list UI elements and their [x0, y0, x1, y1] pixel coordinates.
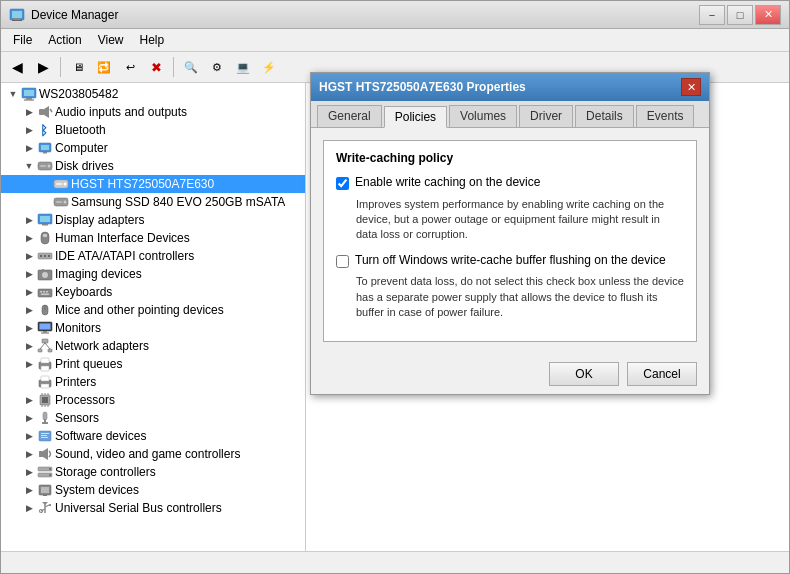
- tree-item-audio[interactable]: ▶ Audio inputs and outputs: [1, 103, 305, 121]
- tree-item-software[interactable]: ▶ Software devices: [1, 427, 305, 445]
- mice-expander-icon[interactable]: ▶: [21, 302, 37, 318]
- tab-volumes[interactable]: Volumes: [449, 105, 517, 127]
- tree-item-processors[interactable]: ▶ Processors: [1, 391, 305, 409]
- tree-item-print[interactable]: ▶ Print queues: [1, 355, 305, 373]
- enable-write-cache-checkbox[interactable]: [336, 177, 349, 190]
- computer-device-icon: [37, 140, 53, 156]
- dialog-buttons: OK Cancel: [311, 354, 709, 394]
- tree-item-display-label: Display adapters: [55, 211, 144, 229]
- tab-details[interactable]: Details: [575, 105, 634, 127]
- network-expander-icon[interactable]: ▶: [21, 338, 37, 354]
- toolbar-forward[interactable]: ▶: [31, 55, 55, 79]
- tab-general[interactable]: General: [317, 105, 382, 127]
- tree-root[interactable]: ▼ WS203805482: [1, 85, 305, 103]
- tree-item-computer[interactable]: ▶ Computer: [1, 139, 305, 157]
- toolbar-extra1[interactable]: ⚙: [205, 55, 229, 79]
- svg-rect-36: [38, 289, 52, 297]
- toolbar-rollback[interactable]: ↩: [118, 55, 142, 79]
- tree-item-diskdrives-label: Disk drives: [55, 157, 114, 175]
- print-expander-icon[interactable]: ▶: [21, 356, 37, 372]
- toolbar-back[interactable]: ◀: [5, 55, 29, 79]
- turnoff-flush-checkbox[interactable]: [336, 255, 349, 268]
- menu-file[interactable]: File: [5, 31, 40, 49]
- svg-rect-67: [44, 419, 46, 422]
- window-close-button[interactable]: ✕: [755, 5, 781, 25]
- software-expander-icon[interactable]: ▶: [21, 428, 37, 444]
- usb-icon: [37, 500, 53, 516]
- tree-item-network[interactable]: ▶ Network adapters: [1, 337, 305, 355]
- toolbar-update[interactable]: 🔁: [92, 55, 116, 79]
- tree-item-imaging[interactable]: ▶ Imaging devices: [1, 265, 305, 283]
- bt-expander-icon[interactable]: ▶: [21, 122, 37, 138]
- svg-rect-53: [41, 358, 49, 363]
- tree-item-diskdrives[interactable]: ▼ Disk drives: [1, 157, 305, 175]
- cancel-button[interactable]: Cancel: [627, 362, 697, 386]
- tree-item-printers[interactable]: Printers: [1, 373, 305, 391]
- storage-expander-icon[interactable]: ▶: [21, 464, 37, 480]
- svg-rect-44: [40, 324, 51, 330]
- tree-item-mice-label: Mice and other pointing devices: [55, 301, 224, 319]
- tree-item-display[interactable]: ▶ Display adapters: [1, 211, 305, 229]
- turnoff-flush-label[interactable]: Turn off Windows write-cache buffer flus…: [355, 253, 666, 269]
- tree-item-ide[interactable]: ▶ IDE ATA/ATAPI controllers: [1, 247, 305, 265]
- tree-item-bluetooth[interactable]: ▶ ᛒ Bluetooth: [1, 121, 305, 139]
- root-expander-icon[interactable]: ▼: [5, 86, 21, 102]
- imaging-expander-icon[interactable]: ▶: [21, 266, 37, 282]
- svg-line-10: [50, 109, 52, 112]
- tree-item-usb[interactable]: ▶ Universal Serial Bus controllers: [1, 499, 305, 517]
- tree-item-monitors[interactable]: ▶ Monitors: [1, 319, 305, 337]
- svg-rect-80: [41, 487, 49, 493]
- toolbar-scan[interactable]: 🔍: [179, 55, 203, 79]
- tree-item-network-label: Network adapters: [55, 337, 149, 355]
- hgst-expander-icon: [37, 176, 53, 192]
- display-expander-icon[interactable]: ▶: [21, 212, 37, 228]
- toolbar-extra2[interactable]: 💻: [231, 55, 255, 79]
- svg-rect-35: [42, 269, 44, 271]
- svg-rect-32: [48, 255, 50, 257]
- tree-item-keyboards[interactable]: ▶ Keyboards: [1, 283, 305, 301]
- tree-item-samsung[interactable]: Samsung SSD 840 EVO 250GB mSATA: [1, 193, 305, 211]
- tree-item-mice[interactable]: ▶ Mice and other pointing devices: [1, 301, 305, 319]
- enable-write-cache-label[interactable]: Enable write caching on the device: [355, 175, 540, 191]
- toolbar-uninstall[interactable]: ✖: [144, 55, 168, 79]
- maximize-button[interactable]: □: [727, 5, 753, 25]
- tab-driver[interactable]: Driver: [519, 105, 573, 127]
- menu-help[interactable]: Help: [132, 31, 173, 49]
- comp-expander-icon[interactable]: ▶: [21, 140, 37, 156]
- hid-expander-icon[interactable]: ▶: [21, 230, 37, 246]
- tab-policies[interactable]: Policies: [384, 106, 447, 128]
- tree-item-system[interactable]: ▶ System devices: [1, 481, 305, 499]
- system-expander-icon[interactable]: ▶: [21, 482, 37, 498]
- ok-button[interactable]: OK: [549, 362, 619, 386]
- processors-expander-icon[interactable]: ▶: [21, 392, 37, 408]
- svg-rect-25: [40, 216, 50, 222]
- usb-expander-icon[interactable]: ▶: [21, 500, 37, 516]
- menu-action[interactable]: Action: [40, 31, 89, 49]
- svg-rect-48: [38, 349, 42, 352]
- sensors-expander-icon[interactable]: ▶: [21, 410, 37, 426]
- minimize-button[interactable]: −: [699, 5, 725, 25]
- keyboards-expander-icon[interactable]: ▶: [21, 284, 37, 300]
- title-bar-left: Device Manager: [9, 7, 118, 23]
- enable-write-cache-desc: Improves system performance by enabling …: [356, 197, 684, 243]
- properties-dialog: HGST HTS725050A7E630 Properties ✕ Genera…: [310, 72, 710, 395]
- disk-expander-icon[interactable]: ▼: [21, 158, 37, 174]
- dialog-close-button[interactable]: ✕: [681, 78, 701, 96]
- ide-expander-icon[interactable]: ▶: [21, 248, 37, 264]
- audio-icon: [37, 104, 53, 120]
- tree-item-print-label: Print queues: [55, 355, 122, 373]
- tree-item-sensors[interactable]: ▶ Sensors: [1, 409, 305, 427]
- toolbar-extra3[interactable]: ⚡: [257, 55, 281, 79]
- tree-item-hgst[interactable]: HGST HTS725050A7E630: [1, 175, 305, 193]
- menu-view[interactable]: View: [90, 31, 132, 49]
- tree-item-sound[interactable]: ▶ Sound, video and game controllers: [1, 445, 305, 463]
- tree-item-storage[interactable]: ▶ Storage controllers: [1, 463, 305, 481]
- sound-expander-icon[interactable]: ▶: [21, 446, 37, 462]
- policy-group-title: Write-caching policy: [336, 151, 684, 165]
- tree-item-hid[interactable]: ▶ Human Interface Devices: [1, 229, 305, 247]
- monitors-expander-icon[interactable]: ▶: [21, 320, 37, 336]
- tab-events[interactable]: Events: [636, 105, 695, 127]
- audio-expander-icon[interactable]: ▶: [21, 104, 37, 120]
- toolbar-properties[interactable]: 🖥: [66, 55, 90, 79]
- svg-marker-83: [42, 502, 48, 505]
